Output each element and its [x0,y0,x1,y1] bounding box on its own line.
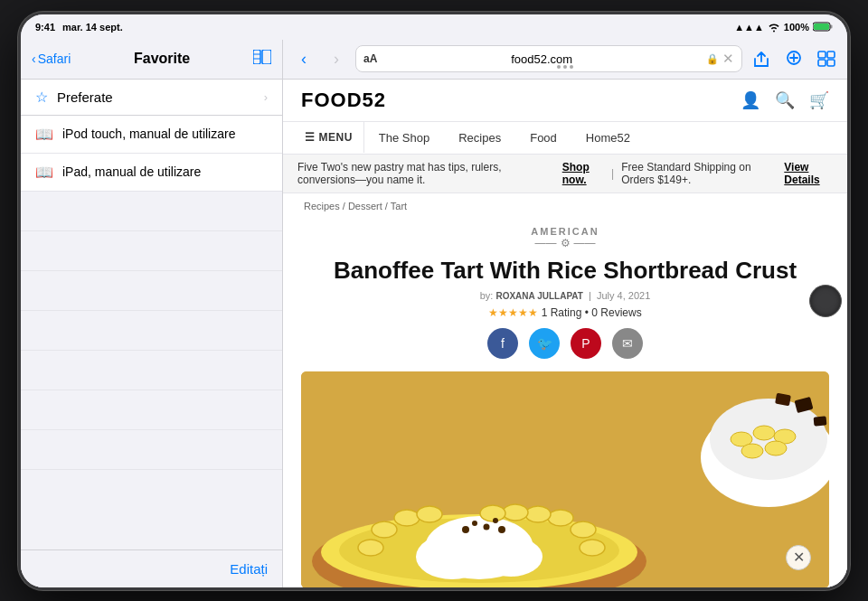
svg-point-28 [580,540,605,556]
svg-point-35 [493,518,498,523]
svg-point-24 [394,510,420,526]
forward-button[interactable]: › [323,45,350,72]
rating-stars: ★★★★★ [488,306,538,319]
site-logo: FOOD52 [301,89,386,112]
account-icon[interactable]: 👤 [741,90,760,110]
safari-back-button[interactable]: ‹ Safari [32,52,71,66]
site-header-icons: 👤 🔍 🛒 [741,90,829,110]
svg-rect-1 [814,23,829,30]
nav-tab-shop[interactable]: The Shop [364,122,444,154]
nav-tab-food[interactable]: Food [515,122,571,154]
reader-view-button[interactable]: aA [363,52,377,65]
wifi-icon [768,22,780,33]
add-bookmark-button[interactable] [780,45,807,72]
home-button[interactable] [809,285,842,317]
back-button[interactable]: ‹ [290,45,317,72]
cart-icon[interactable]: 🛒 [809,90,829,110]
svg-point-31 [480,505,505,521]
url-clear-button[interactable]: ✕ [722,51,734,67]
battery-icon [813,22,833,32]
facebook-share-button[interactable]: f [487,328,518,359]
star-icon: ☆ [35,89,48,106]
breadcrumb: Recipes / Dessert / Tart [283,193,847,219]
email-share-button[interactable]: ✉ [612,328,643,359]
promo-details-link[interactable]: View Details [784,161,833,186]
status-bar: 9:41 mar. 14 sept. ▲▲▲ 100% [21,14,847,40]
badge-decoration: ——⚙—— [301,237,829,249]
svg-rect-10 [818,52,826,58]
article-date: July 4, 2021 [597,290,650,301]
svg-point-42 [741,444,763,458]
promo-shipping: Free Standard Shipping on Orders $149+. [621,161,777,186]
promo-divider: | [611,167,614,180]
sidebar-header: ‹ Safari Favorite [21,40,282,80]
svg-point-34 [484,523,490,530]
svg-point-36 [498,526,505,533]
browser-area: ‹ › aA food52.com 🔒 ✕ [283,40,847,587]
ipod-manual-label: iPod touch, manual de utilizare [62,127,268,141]
social-share-buttons: f 🐦 P ✉ [301,328,829,359]
recipe-image-svg [301,371,829,587]
nav-tab-home52[interactable]: Home52 [571,122,645,154]
sidebar-footer: Editați [21,549,282,587]
favorites-item[interactable]: ☆ Preferate › [21,80,282,116]
ipad-manual-item[interactable]: 📖 iPad, manual de utilizare [21,154,282,192]
rating-count: 1 Rating [542,306,582,319]
svg-point-40 [753,426,775,440]
article-meta: by: ROXANA JULLAPAT | July 4, 2021 [301,290,829,301]
breadcrumb-text: Recipes / Dessert / Tart [304,201,407,211]
nav-tab-recipes[interactable]: Recipes [444,122,515,154]
sidebar-toggle-icon[interactable] [253,50,271,69]
svg-point-23 [372,521,397,538]
chevron-left-icon: ‹ [32,52,36,66]
author-name: ROXANA JULLAPAT [495,291,582,301]
svg-point-20 [416,534,488,579]
svg-rect-3 [253,50,260,64]
pinterest-share-button[interactable]: P [571,328,601,359]
svg-rect-4 [262,50,271,64]
svg-point-29 [525,506,551,522]
article-rating: ★★★★★ 1 Rating • 0 Reviews [301,306,829,319]
author-prefix: by: [480,290,494,301]
svg-point-26 [548,510,573,526]
ipod-manual-item[interactable]: 📖 iPod touch, manual de utilizare [21,116,282,154]
url-bar[interactable]: aA food52.com 🔒 ✕ [355,45,742,72]
status-date: mar. 14 sept. [62,22,123,33]
svg-rect-2 [831,25,833,29]
lock-icon: 🔒 [706,53,719,65]
ipad-manual-label: iPad, manual de utilizare [62,164,268,179]
sidebar-title: Favorite [71,51,253,67]
close-overlay-button[interactable]: ✕ [786,545,811,570]
promo-cta-link[interactable]: Shop now. [562,161,604,186]
promo-banner: Five Two's new pastry mat has tips, rule… [283,155,847,193]
svg-rect-46 [814,416,827,426]
svg-point-32 [462,526,469,533]
article-badge: AMERICAN ——⚙—— [301,226,829,249]
recipe-image: ✕ [301,371,829,587]
tabs-button[interactable] [813,45,840,72]
menu-label: MENU [319,131,353,144]
toolbar-drag-dots [557,65,573,69]
url-text: food52.com [381,52,703,66]
favorites-label: Preferate [57,89,255,105]
browser-toolbar: ‹ › aA food52.com 🔒 ✕ [283,40,847,80]
promo-text: Five Two's new pastry mat has tips, rule… [297,161,555,186]
share-button[interactable] [748,45,775,72]
svg-point-25 [417,506,442,522]
svg-rect-13 [827,60,835,66]
hamburger-icon: ☰ [305,131,316,144]
book-icon-2: 📖 [35,164,53,181]
signal-icon: ▲▲▲ [734,22,764,33]
search-icon[interactable]: 🔍 [775,90,795,110]
site-header: FOOD52 👤 🔍 🛒 [283,80,847,122]
svg-rect-12 [818,60,826,66]
edit-button[interactable]: Editați [230,561,268,577]
review-count: 0 Reviews [591,306,641,319]
menu-button[interactable]: ☰ MENU [294,122,364,153]
svg-point-22 [358,540,383,556]
svg-rect-11 [827,52,835,58]
chevron-right-icon: › [264,90,268,104]
book-icon: 📖 [35,126,53,143]
article-content: AMERICAN ——⚙—— Banoffee Tart With Rice S… [283,226,847,587]
twitter-share-button[interactable]: 🐦 [529,328,560,359]
